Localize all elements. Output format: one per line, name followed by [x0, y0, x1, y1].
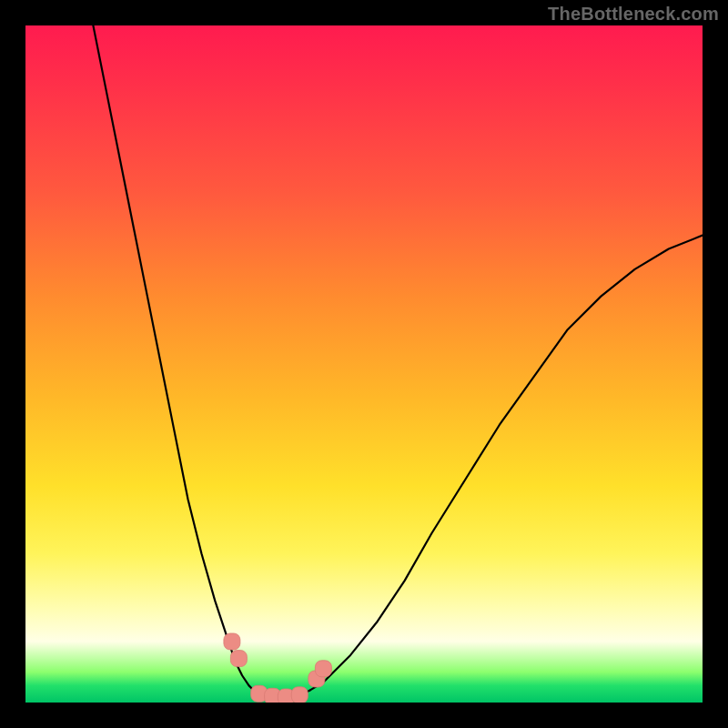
chart-stage: TheBottleneck.com — [0, 0, 728, 728]
watermark-text: TheBottleneck.com — [548, 4, 719, 25]
curve-layer — [25, 25, 703, 703]
marker-group — [224, 633, 332, 703]
marker-right-b — [315, 661, 331, 677]
marker-floor-d — [291, 687, 308, 703]
marker-left-cluster-b — [230, 651, 247, 667]
plot-area — [25, 25, 703, 703]
marker-left-cluster-a — [224, 633, 240, 650]
left-branch-path — [93, 25, 256, 693]
right-branch-path — [309, 236, 703, 691]
